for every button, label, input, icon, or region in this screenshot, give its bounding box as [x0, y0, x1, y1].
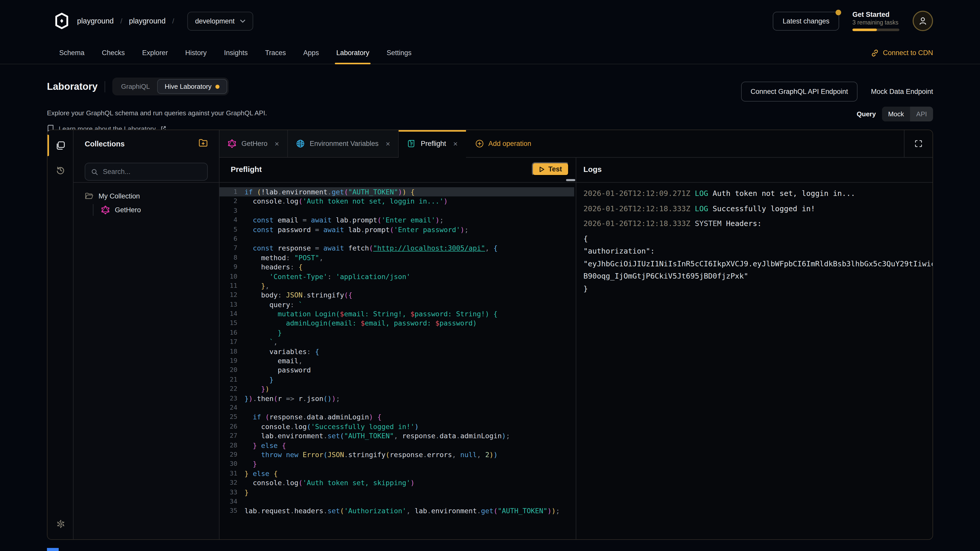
- code-line[interactable]: 14mutation Login($email: String!, $passw…: [220, 309, 576, 319]
- code-line[interactable]: 33}: [220, 487, 576, 497]
- code-content: mutation Login($email: String!, $passwor…: [245, 309, 576, 319]
- collection-operation-row[interactable]: GetHero: [73, 203, 219, 217]
- get-started-widget[interactable]: Get Started 3 remaining tasks: [853, 11, 899, 31]
- code-line[interactable]: 8method: "POST",: [220, 253, 576, 262]
- tab-close-icon[interactable]: ×: [275, 139, 279, 148]
- latest-changes-button[interactable]: Latest changes: [773, 11, 839, 30]
- add-operation-button[interactable]: Add operation: [466, 130, 540, 157]
- code-line[interactable]: 16}: [220, 328, 576, 338]
- code-line[interactable]: 12body: JSON.stringify({: [220, 291, 576, 300]
- collection-folder-row[interactable]: My Collection: [73, 189, 219, 203]
- add-collection-button[interactable]: [199, 139, 208, 149]
- code-line[interactable]: 5const password = await lab.prompt('Ente…: [220, 225, 576, 234]
- nav-item-explorer[interactable]: Explorer: [135, 42, 175, 64]
- history-rail-button[interactable]: [48, 159, 73, 181]
- code-line[interactable]: 7const response = await fetch("http://lo…: [220, 244, 576, 253]
- collections-search[interactable]: [85, 163, 208, 181]
- tab-close-icon[interactable]: ×: [453, 139, 458, 148]
- nav-item-settings[interactable]: Settings: [380, 42, 418, 64]
- tab-label: GetHero: [242, 140, 267, 148]
- line-number: 8: [220, 253, 245, 262]
- log-timestamp: 2026-01-26T12:12:09.271Z: [584, 189, 695, 197]
- test-button[interactable]: Test: [532, 162, 569, 176]
- logs-panel: Logs 2026-01-26T12:12:09.271Z LOG Auth t…: [576, 158, 932, 539]
- code-line[interactable]: 13query: `: [220, 300, 576, 309]
- collections-tree: My CollectionGetHero: [73, 189, 219, 217]
- settings-rail-button[interactable]: [48, 514, 73, 534]
- code-line[interactable]: 17`,: [220, 338, 576, 347]
- code-content: },: [245, 281, 576, 291]
- code-line[interactable]: 29throw new Error(JSON.stringify(respons…: [220, 450, 576, 459]
- code-line[interactable]: 1if (!lab.environment.get("AUTH_TOKEN"))…: [220, 187, 576, 197]
- code-line[interactable]: 3: [220, 206, 576, 216]
- code-line[interactable]: 30}: [220, 459, 576, 469]
- preflight-code-editor[interactable]: 1if (!lab.environment.get("AUTH_TOKEN"))…: [220, 183, 576, 539]
- nav-item-laboratory[interactable]: Laboratory: [330, 42, 376, 64]
- code-line[interactable]: 19email,: [220, 356, 576, 365]
- line-number: 28: [220, 441, 245, 450]
- user-avatar[interactable]: [913, 11, 933, 31]
- code-line[interactable]: 23}).then(r => r.json());: [220, 394, 576, 403]
- log-entry: 2026-01-26T12:12:18.333Z LOG Successfull…: [584, 202, 932, 215]
- code-line[interactable]: 28} else {: [220, 441, 576, 450]
- line-number: 15: [220, 319, 245, 328]
- connect-graphql-api-endpoint-button[interactable]: Connect GraphQL API Endpoint: [741, 82, 858, 102]
- code-line[interactable]: 20password: [220, 365, 576, 375]
- line-number: 3: [220, 206, 245, 216]
- collection-operation-label: GetHero: [115, 206, 141, 214]
- code-line[interactable]: 26console.log('Successfully logged in!'): [220, 422, 576, 431]
- code-line[interactable]: 11},: [220, 281, 576, 291]
- toggle-hive-laboratory[interactable]: Hive Laboratory: [157, 79, 228, 94]
- editor-scrollbar-thumb[interactable]: [566, 179, 575, 181]
- breadcrumb-org[interactable]: playground: [77, 17, 114, 25]
- tab-gethero[interactable]: GetHero×: [220, 130, 288, 157]
- code-line[interactable]: 22}): [220, 384, 576, 394]
- code-content: method: "POST",: [245, 253, 576, 262]
- line-number: 21: [220, 375, 245, 384]
- tab-close-icon[interactable]: ×: [386, 139, 390, 148]
- code-line[interactable]: 35lab.request.headers.set('Authorization…: [220, 507, 576, 516]
- line-number: 5: [220, 225, 245, 234]
- nav-item-checks[interactable]: Checks: [95, 42, 131, 64]
- collections-rail-button[interactable]: [48, 134, 73, 157]
- code-line[interactable]: 15adminLogin(email: $email, password: $p…: [220, 319, 576, 328]
- code-line[interactable]: 31} else {: [220, 468, 576, 478]
- app-window: playground / playground / development La…: [0, 0, 980, 551]
- code-line[interactable]: 18variables: {: [220, 347, 576, 356]
- mock-data-endpoint-button[interactable]: Mock Data Endpoint: [871, 88, 933, 95]
- code-line[interactable]: 34: [220, 497, 576, 507]
- gear-icon: [56, 519, 65, 529]
- test-button-label: Test: [548, 165, 562, 173]
- fullscreen-button[interactable]: [904, 130, 932, 157]
- code-content: [245, 234, 576, 244]
- code-line[interactable]: 27lab.environment.set("AUTH_TOKEN", resp…: [220, 431, 576, 441]
- code-line[interactable]: 2console.log('Auth token not set, loggin…: [220, 197, 576, 206]
- nav-item-apps[interactable]: Apps: [297, 42, 326, 64]
- nav-item-traces[interactable]: Traces: [259, 42, 293, 64]
- code-line[interactable]: 21}: [220, 375, 576, 384]
- nav-item-schema[interactable]: Schema: [52, 42, 91, 64]
- tab-preflight[interactable]: Preflight×: [399, 130, 466, 158]
- breadcrumb-project[interactable]: playground: [129, 17, 165, 25]
- nav-item-insights[interactable]: Insights: [218, 42, 255, 64]
- nav-item-history[interactable]: History: [179, 42, 213, 64]
- tab-environment-variables[interactable]: Environment Variables×: [288, 130, 399, 157]
- code-content: } else {: [245, 441, 576, 450]
- code-line[interactable]: 25if (response.data.adminLogin) {: [220, 413, 576, 422]
- mode-api[interactable]: API: [910, 106, 933, 121]
- code-line[interactable]: 24: [220, 403, 576, 413]
- search-input[interactable]: [103, 168, 201, 176]
- connect-to-cdn-label: Connect to CDN: [883, 49, 933, 57]
- code-line[interactable]: 9headers: {: [220, 262, 576, 272]
- toggle-graphiql[interactable]: GraphiQL: [114, 79, 157, 94]
- connect-to-cdn-link[interactable]: Connect to CDN: [870, 49, 933, 57]
- line-number: 22: [220, 384, 245, 394]
- code-line[interactable]: 10'Content-Type': 'application/json': [220, 272, 576, 281]
- line-number: 6: [220, 234, 245, 244]
- environment-selector[interactable]: development: [188, 11, 253, 30]
- code-line[interactable]: 4const email = await lab.prompt('Enter e…: [220, 215, 576, 225]
- code-line[interactable]: 6: [220, 234, 576, 244]
- mode-mock[interactable]: Mock: [882, 106, 910, 121]
- operation-tabs: GetHero×Environment Variables×Preflight×…: [220, 130, 932, 158]
- code-line[interactable]: 32console.log('Auth token set, skipping'…: [220, 478, 576, 487]
